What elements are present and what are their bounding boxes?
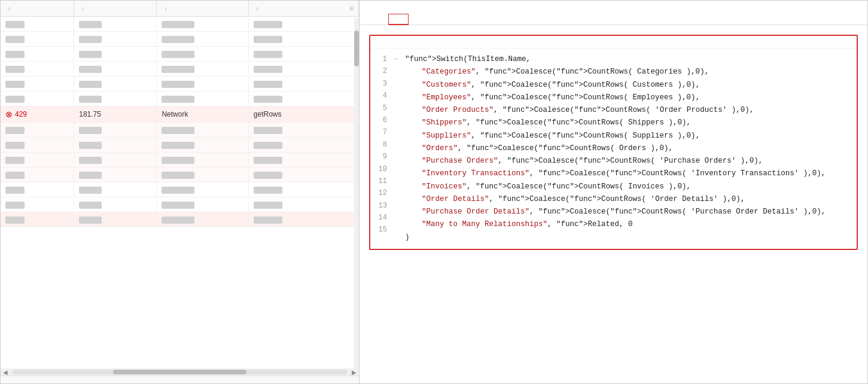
cell-duration [74,92,157,106]
scroll-right-arrow[interactable]: ▶ [349,369,359,376]
cell-category [157,182,248,197]
cell-duration [74,32,157,47]
tab-response[interactable] [428,14,447,25]
cell-status [1,197,74,212]
cell-operation [248,77,358,92]
table-row[interactable] [1,92,359,106]
scrollbar-thumb[interactable] [354,31,359,66]
code-area: 123456789101112131415 −"func">Switch( Th… [370,48,857,249]
table-row[interactable] [1,212,359,227]
code-line: "Many to Many Relationships", "func">Rel… [394,218,854,231]
table-row[interactable] [1,32,359,47]
line-number: 15 [375,224,387,236]
cell-status [1,62,74,77]
vertical-scrollbar[interactable] [354,19,359,368]
cell-duration [74,138,157,153]
table-row[interactable] [1,167,359,182]
code-line: "Invoices", "func">Coalesce("func">Count… [394,181,854,193]
cell-operation [248,182,358,197]
cell-duration [74,167,157,182]
cell-category [157,62,248,77]
code-line: "Inventory Transactions", "func">Coalesc… [394,167,854,180]
cell-status [1,138,74,153]
cell-duration [74,47,157,62]
cell-status [1,212,74,227]
cell-duration [74,77,157,92]
sort-icon-duration[interactable]: ↕ [81,5,84,12]
cell-category [157,77,248,92]
cell-duration [74,182,157,197]
tab-formula[interactable] [388,14,409,25]
table-row[interactable] [1,47,359,62]
table-row[interactable] [1,62,359,77]
cell-duration [74,212,157,227]
table-row[interactable] [1,153,359,167]
cell-operation: getRows [248,106,358,123]
cell-category [157,47,248,62]
header-category[interactable]: ↕ [157,1,248,17]
code-line: "Suppliers", "func">Coalesce("func">Coun… [394,130,854,142]
table-row[interactable] [1,123,359,138]
table-row[interactable] [1,138,359,153]
cell-duration [74,17,157,32]
cell-status [1,17,74,32]
scroll-left-arrow[interactable]: ◀ [1,369,10,376]
cell-operation [248,153,358,167]
right-panel: 123456789101112131415 −"func">Switch( Th… [360,1,867,383]
cell-category [157,32,248,47]
cell-operation [248,212,358,227]
horizontal-scrollbar[interactable]: ◀ ▶ [1,368,359,376]
line-number: 5 [375,102,387,114]
tab-request[interactable] [409,14,428,25]
line-number: 12 [375,187,387,199]
header-status[interactable]: ↕ [1,1,74,17]
column-menu-icon[interactable]: ≡ [349,4,354,13]
cell-category: Network [157,106,248,123]
cell-status [1,167,74,182]
left-panel: ↕ ↕ ↕ ↕ ≡ [1,1,360,383]
header-operation[interactable]: ↕ ≡ [248,1,358,17]
line-number: 6 [375,114,387,126]
bottom-bar [1,376,359,383]
cell-category [157,212,248,227]
table-row[interactable] [1,197,359,212]
sort-icon-category[interactable]: ↕ [164,5,167,12]
line-number: 7 [375,126,387,138]
code-line: "Customers", "func">Coalesce("func">Coun… [394,79,854,92]
cell-operation [248,32,358,47]
cell-operation [248,47,358,62]
code-line: "Categories", "func">Coalesce("func">Cou… [394,66,854,78]
cell-category [157,153,248,167]
scrollbar-h-thumb[interactable] [113,370,247,374]
table-wrapper: ↕ ↕ ↕ ↕ ≡ [1,1,359,368]
line-number: 14 [375,212,387,224]
cell-operation [248,167,358,182]
table-row[interactable] [1,182,359,197]
sort-icon-status[interactable]: ↕ [8,5,11,12]
table-row[interactable] [1,77,359,92]
cell-operation [248,197,358,212]
cell-duration [74,153,157,167]
cell-category [157,123,248,138]
line-number: 8 [375,139,387,151]
line-number: 13 [375,200,387,212]
monitor-table: ↕ ↕ ↕ ↕ ≡ [1,1,359,227]
collapse-button[interactable] [853,7,858,11]
cell-status [1,123,74,138]
tab-details[interactable] [369,14,388,25]
line-number: 1 [375,53,387,65]
line-number: 9 [375,151,387,163]
cell-status [1,47,74,62]
header-duration[interactable]: ↕ [74,1,157,17]
line-number: 3 [375,78,387,90]
table-row[interactable] [1,17,359,32]
cell-category [157,17,248,32]
sort-icon-operation[interactable]: ↕ [256,5,259,12]
code-line: −"func">Switch( ThisItem.Name, [394,53,854,66]
table-row[interactable]: ⊗ 429181.75NetworkgetRows [1,106,359,123]
error-icon: ⊗ [5,109,13,119]
cell-operation [248,92,358,106]
code-line: "Order Details", "func">Coalesce("func">… [394,193,854,206]
collapse-toggle[interactable]: − [394,54,403,65]
cell-status [1,153,74,167]
